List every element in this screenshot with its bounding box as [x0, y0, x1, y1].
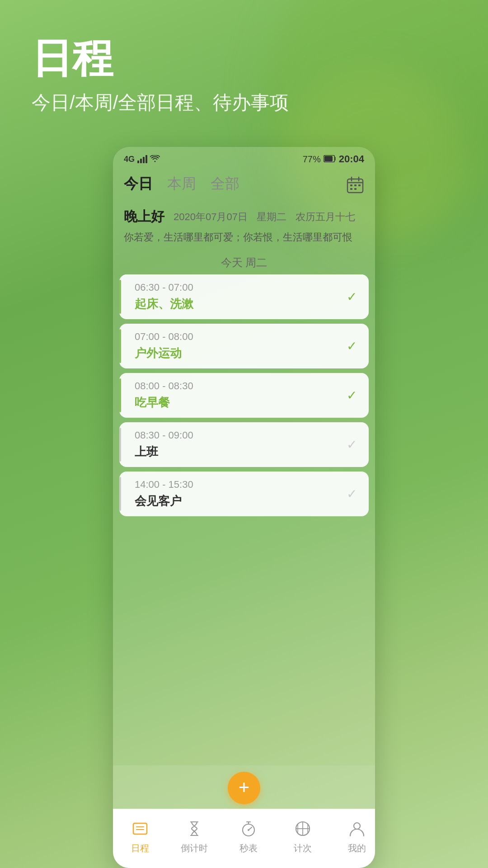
svg-rect-10 — [354, 188, 357, 190]
schedule-content-4: 08:30 - 09:00 上班 — [128, 429, 343, 460]
schedule-item[interactable]: 08:30 - 09:00 上班 ✓ — [119, 422, 369, 467]
signal-text: 4G — [124, 155, 135, 164]
schedule-time-2: 07:00 - 08:00 — [135, 331, 343, 343]
check-icon-grey: ✓ — [347, 437, 357, 452]
hourglass-icon — [183, 818, 205, 840]
schedule-border-3 — [119, 378, 121, 412]
schedule-check-1: ✓ — [343, 289, 360, 305]
greeting-quote: 你若爱，生活哪里都可爱；你若恨，生活哪里都可恨 — [124, 230, 364, 245]
schedule-check-4: ✓ — [343, 437, 360, 453]
fab-container: + — [113, 765, 375, 809]
calendar-icon[interactable] — [346, 176, 364, 194]
nav-label-counter: 计次 — [294, 842, 312, 854]
schedule-item[interactable]: 14:00 - 15:30 会见客户 ✓ — [119, 472, 369, 516]
greeting-text: 晚上好 — [124, 208, 164, 226]
svg-rect-9 — [350, 188, 352, 190]
schedule-check-5: ✓ — [343, 486, 360, 502]
status-right: 77% 20:04 — [303, 153, 364, 165]
schedule-content-2: 07:00 - 08:00 户外运动 — [128, 331, 343, 361]
schedule-time-4: 08:30 - 09:00 — [135, 429, 343, 441]
svg-point-24 — [354, 823, 360, 829]
schedule-border-5 — [119, 477, 121, 511]
check-icon-grey: ✓ — [347, 486, 357, 501]
signal-bars — [137, 155, 147, 163]
svg-rect-6 — [350, 184, 352, 186]
schedule-title-5: 会见客户 — [135, 493, 343, 509]
status-left: 4G — [124, 154, 160, 165]
stopwatch-icon — [238, 818, 259, 840]
time-display: 20:04 — [339, 153, 364, 165]
battery-percent: 77% — [303, 154, 321, 165]
schedule-content-3: 08:00 - 08:30 吃早餐 — [128, 380, 343, 410]
greeting-section: 晚上好 2020年07月07日 星期二 农历五月十七 你若爱，生活哪里都可爱；你… — [113, 200, 375, 248]
schedule-list: 06:30 - 07:00 起床、洗漱 ✓ 07:00 - 08:00 户外运动… — [113, 274, 375, 765]
tab-week[interactable]: 本周 — [167, 174, 196, 196]
schedule-check-2: ✓ — [343, 338, 360, 354]
schedule-border-1 — [119, 280, 121, 314]
schedule-border-4 — [119, 428, 121, 462]
nav-item-stopwatch[interactable]: 秒表 — [221, 818, 276, 854]
nav-label-schedule: 日程 — [131, 842, 149, 854]
schedule-title-2: 户外运动 — [135, 345, 343, 361]
tab-bar: 今日 本周 全部 — [113, 170, 375, 200]
schedule-item[interactable]: 06:30 - 07:00 起床、洗漱 ✓ — [119, 274, 369, 319]
wifi-icon — [150, 154, 160, 165]
nav-item-schedule[interactable]: 日程 — [113, 818, 167, 854]
fab-add-button[interactable]: + — [228, 772, 260, 804]
schedule-title-4: 上班 — [135, 444, 343, 460]
nav-item-countdown[interactable]: 倒计时 — [167, 818, 221, 854]
profile-icon — [346, 818, 368, 840]
greeting-weekday: 星期二 — [257, 210, 286, 224]
svg-point-18 — [248, 829, 249, 831]
schedule-title-1: 起床、洗漱 — [135, 296, 343, 312]
greeting-line: 晚上好 2020年07月07日 星期二 农历五月十七 — [124, 208, 364, 226]
status-bar: 4G 77% — [113, 147, 375, 170]
battery-icon — [324, 154, 336, 165]
tab-all[interactable]: 全部 — [211, 174, 239, 196]
app-title: 日程 — [32, 36, 456, 81]
app-subtitle: 今日/本周/全部日程、待办事项 — [32, 90, 456, 115]
svg-rect-11 — [133, 823, 147, 834]
schedule-item[interactable]: 08:00 - 08:30 吃早餐 ✓ — [119, 373, 369, 418]
schedule-content-5: 14:00 - 15:30 会见客户 — [128, 479, 343, 509]
nav-item-counter[interactable]: 计次 — [276, 818, 330, 854]
greeting-lunar: 农历五月十七 — [296, 210, 355, 224]
fab-plus-icon: + — [239, 778, 250, 797]
counter-icon — [292, 818, 314, 840]
phone-mockup: 4G 77% — [113, 147, 375, 868]
schedule-time-3: 08:00 - 08:30 — [135, 380, 343, 392]
svg-rect-1 — [324, 156, 333, 161]
tab-today[interactable]: 今日 — [124, 174, 153, 196]
nav-label-profile: 我的 — [348, 842, 366, 854]
schedule-time-1: 06:30 - 07:00 — [135, 282, 343, 293]
svg-rect-8 — [358, 184, 361, 186]
schedule-title-3: 吃早餐 — [135, 395, 343, 410]
schedule-border-2 — [119, 329, 121, 363]
schedule-content-1: 06:30 - 07:00 起床、洗漱 — [128, 282, 343, 312]
svg-rect-7 — [354, 184, 357, 186]
today-label: 今天 周二 — [113, 248, 375, 274]
check-icon-green: ✓ — [347, 339, 357, 354]
greeting-date: 2020年07月07日 — [174, 210, 248, 224]
schedule-check-3: ✓ — [343, 387, 360, 404]
nav-item-profile[interactable]: 我的 — [330, 818, 375, 854]
check-icon-green: ✓ — [347, 289, 357, 304]
list-icon — [129, 818, 151, 840]
nav-label-countdown: 倒计时 — [181, 842, 208, 854]
check-icon-green: ✓ — [347, 388, 357, 403]
bottom-nav: 日程 倒计时 — [113, 809, 375, 868]
nav-label-stopwatch: 秒表 — [239, 842, 258, 854]
schedule-time-5: 14:00 - 15:30 — [135, 479, 343, 491]
schedule-item[interactable]: 07:00 - 08:00 户外运动 ✓ — [119, 324, 369, 368]
